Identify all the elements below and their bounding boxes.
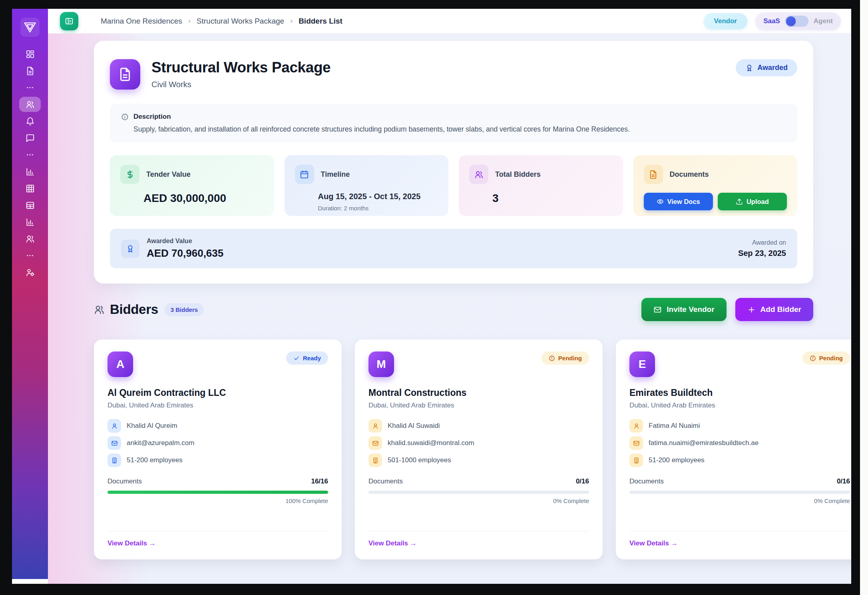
sidebar-item-team-icon[interactable]	[19, 231, 41, 246]
status-badge: Pending	[542, 351, 589, 365]
view-details-link[interactable]: View Details →	[629, 539, 678, 547]
documents-card: Documents View Docs Upload	[633, 155, 798, 216]
bidder-avatar: M	[368, 351, 394, 377]
agent-label: Agent	[814, 17, 833, 25]
awarded-date: Sep 23, 2025	[738, 249, 786, 258]
upload-label: Upload	[747, 198, 769, 206]
sidebar-item-bidders-icon[interactable]	[19, 97, 41, 112]
document-icon	[644, 165, 663, 184]
package-card: Structural Works Package Civil Works Awa…	[94, 41, 813, 284]
contact-email: khalid.suwaidi@montral.com	[388, 439, 474, 447]
add-bidder-label: Add Bidder	[760, 305, 801, 314]
building-icon	[629, 453, 643, 467]
timeline-range: Aug 15, 2025 - Oct 15, 2025	[318, 192, 438, 201]
documents-count: 16/16	[311, 477, 328, 485]
calendar-icon	[295, 165, 314, 184]
breadcrumb: Marina One Residences › Structural Works…	[101, 17, 342, 26]
tender-value: AED 30,000,000	[143, 192, 264, 205]
progress-percent-label: 100% Complete	[108, 497, 328, 504]
documents-progress-bar	[368, 491, 589, 494]
sidebar-item-tables-icon[interactable]	[19, 198, 41, 213]
invite-vendor-button[interactable]: Invite Vendor	[641, 298, 726, 321]
employees-row: 51-200 employees	[629, 453, 850, 467]
total-bidders-label: Total Bidders	[495, 170, 541, 179]
mode-switch[interactable]	[785, 16, 808, 27]
timeline-duration: Duration: 2 months	[318, 205, 438, 212]
awarded-value-bar: Awarded Value AED 70,960,635 Awarded on …	[110, 229, 797, 268]
view-docs-label: View Docs	[667, 198, 700, 206]
sidebar-item-dashboard-icon[interactable]	[19, 46, 41, 62]
view-docs-button[interactable]: View Docs	[644, 193, 713, 210]
sidebar	[12, 9, 48, 579]
employees-count: 51-200 employees	[649, 456, 705, 464]
documents-count: 0/16	[837, 477, 850, 485]
bidder-location: Dubai, United Arab Emirates	[108, 401, 328, 409]
bidder-avatar: A	[108, 351, 133, 377]
contact-name: Fatima Al Nuaimi	[649, 422, 700, 430]
sidebar-item-documents-icon[interactable]	[19, 63, 41, 78]
sidebar-item-user-settings-icon[interactable]	[19, 265, 41, 280]
timeline-label: Timeline	[321, 170, 350, 179]
documents-label: Documents	[108, 477, 142, 485]
page-title: Structural Works Package	[151, 59, 330, 76]
status-label: Pending	[558, 355, 582, 361]
add-bidder-button[interactable]: Add Bidder	[735, 298, 813, 321]
saas-agent-toggle[interactable]: SaaS Agent	[755, 12, 841, 30]
contact-name: Khalid Al Suwaidi	[388, 422, 440, 430]
contact-row: Khalid Al Qureim	[108, 419, 328, 433]
view-details-link[interactable]: View Details →	[108, 539, 156, 547]
person-icon	[108, 419, 121, 433]
mail-icon	[108, 436, 121, 450]
sidebar-item-notifications-icon[interactable]	[19, 114, 41, 129]
description-box: Description Supply, fabrication, and ins…	[110, 104, 797, 142]
bidders-count-badge: 3 Bidders	[165, 303, 204, 316]
mail-icon	[368, 436, 382, 450]
contact-email: ankit@azurepalm.com	[127, 439, 194, 447]
breadcrumb-package[interactable]: Structural Works Package	[197, 17, 284, 26]
view-details-link[interactable]: View Details →	[368, 539, 417, 547]
bidder-cards-row: A Ready Al Qureim Contracting LLC Dubai,…	[94, 339, 813, 559]
sidebar-item-messages-icon[interactable]	[19, 130, 41, 146]
users-icon	[469, 165, 488, 184]
sidebar-nav	[19, 46, 41, 280]
sidebar-item-reports-icon[interactable]	[19, 214, 41, 230]
bidder-card: M Pending Montral Constructions Dubai, U…	[355, 339, 603, 559]
sidebar-item-data-grid-icon[interactable]	[19, 181, 41, 196]
sidebar-item-analytics-icon[interactable]	[19, 164, 41, 179]
breadcrumb-project[interactable]: Marina One Residences	[101, 17, 182, 26]
bidder-name: Montral Constructions	[368, 387, 589, 398]
check-icon	[293, 355, 300, 361]
alert-icon	[549, 355, 555, 361]
email-row: ankit@azurepalm.com	[108, 436, 328, 450]
documents-label: Documents	[629, 477, 664, 485]
email-row: khalid.suwaidi@montral.com	[368, 436, 589, 450]
topbar-actions: Vendor SaaS Agent	[704, 12, 841, 30]
person-icon	[368, 419, 382, 433]
awarded-value-label: Awarded Value	[147, 238, 223, 245]
eye-icon	[657, 198, 664, 205]
switch-knob[interactable]	[786, 16, 796, 26]
upload-button[interactable]: Upload	[718, 193, 787, 210]
medal-icon	[745, 64, 753, 72]
email-row: fatima.nuaimi@emiratesbuildtech.ae	[629, 436, 850, 450]
documents-label: Documents	[368, 477, 403, 485]
stats-row: Tender Value AED 30,000,000 Timeline Aug…	[110, 155, 797, 216]
bidders-users-icon	[94, 304, 105, 315]
breadcrumb-separator: ›	[188, 17, 191, 25]
vendor-button[interactable]: Vendor	[704, 13, 748, 29]
documents-count: 0/16	[576, 477, 589, 485]
app-logo	[20, 18, 40, 37]
total-bidders-value: 3	[492, 192, 613, 205]
building-icon	[108, 453, 121, 467]
bidder-card: E Pending Emirates Buildtech Dubai, Unit…	[616, 339, 851, 559]
building-icon	[368, 453, 382, 467]
bidders-header: Bidders 3 Bidders Invite Vendor Add Bidd…	[94, 298, 813, 321]
topbar: Marina One Residences › Structural Works…	[48, 9, 851, 34]
sidebar-toggle-button[interactable]	[60, 12, 78, 30]
sidebar-more-icon[interactable]	[19, 80, 41, 95]
sidebar-more-icon[interactable]	[19, 147, 41, 162]
breadcrumb-separator: ›	[290, 17, 293, 25]
mail-icon	[629, 436, 643, 450]
sidebar-more-icon[interactable]	[19, 248, 41, 263]
bidder-avatar: E	[629, 351, 655, 377]
